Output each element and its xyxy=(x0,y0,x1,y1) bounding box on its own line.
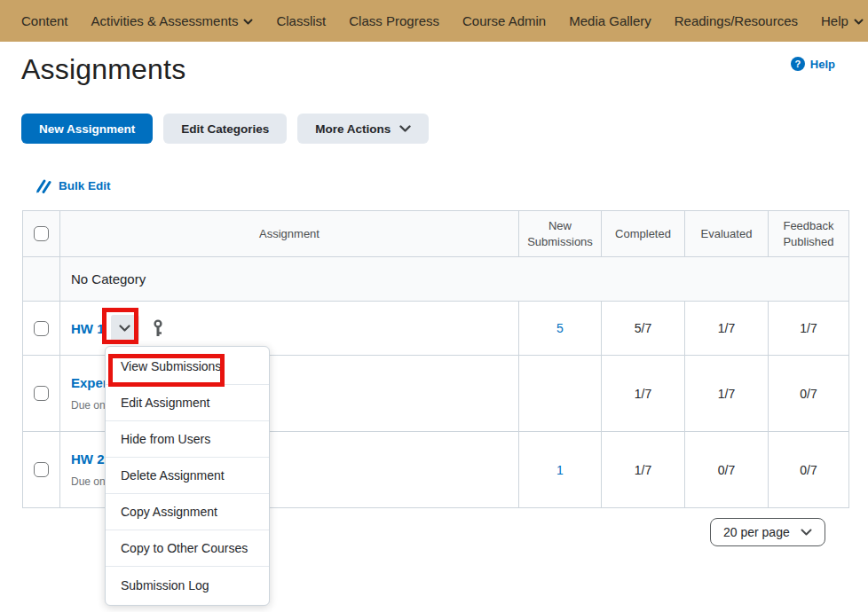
new-submissions-cell: 1 xyxy=(519,432,602,508)
nav-label: Class Progress xyxy=(349,13,439,28)
nav-label: Content xyxy=(21,13,68,28)
feedback-published-cell: 1/7 xyxy=(769,302,849,356)
menu-item-delete-assignment[interactable]: Delete Assignment xyxy=(106,458,269,494)
assignment-link-hw2[interactable]: HW 2 xyxy=(71,451,105,467)
course-navbar: Content Activities & Assessments Classli… xyxy=(0,0,868,42)
new-assignment-button[interactable]: New Assignment xyxy=(21,114,153,144)
row-checkbox[interactable] xyxy=(34,386,49,401)
nav-label: Activities & Assessments xyxy=(91,13,239,28)
table-header-row: Assignment New Submissions Completed Eva… xyxy=(23,211,849,257)
nav-item-readings-resources[interactable]: Readings/Resources xyxy=(675,13,798,28)
help-question-icon: ? xyxy=(791,57,805,71)
menu-item-hide-from-users[interactable]: Hide from Users xyxy=(106,421,269,458)
bulk-edit-pencil-icon xyxy=(36,178,52,193)
edit-categories-button[interactable]: Edit Categories xyxy=(163,114,287,144)
evaluated-cell: 1/7 xyxy=(685,356,769,432)
menu-item-copy-to-other-courses[interactable]: Copy to Other Courses xyxy=(106,530,269,567)
evaluated-cell: 1/7 xyxy=(685,302,769,356)
new-submissions-link[interactable]: 5 xyxy=(556,321,564,335)
menu-item-edit-assignment[interactable]: Edit Assignment xyxy=(106,385,269,421)
completed-cell: 1/7 xyxy=(602,356,685,432)
nav-item-activities-assessments[interactable]: Activities & Assessments xyxy=(91,13,254,28)
nav-item-help[interactable]: Help xyxy=(821,13,864,28)
feedback-published-cell: 0/7 xyxy=(769,356,849,432)
more-actions-label: More Actions xyxy=(315,122,391,136)
new-submissions-cell xyxy=(519,356,602,432)
page-size-value: 20 per page xyxy=(723,525,790,539)
nav-item-content[interactable]: Content xyxy=(21,13,68,28)
row-checkbox[interactable] xyxy=(34,321,49,336)
row-checkbox-cell xyxy=(23,356,60,432)
chevron-down-icon xyxy=(854,19,864,26)
bulk-edit-link[interactable]: Bulk Edit xyxy=(36,178,111,193)
toolbar: New Assignment Edit Categories More Acti… xyxy=(21,114,429,144)
nav-label: Classlist xyxy=(276,13,326,28)
evaluated-cell: 0/7 xyxy=(685,432,769,508)
feedback-published-cell: 0/7 xyxy=(769,432,849,508)
bulk-edit-label: Bulk Edit xyxy=(59,179,111,192)
completed-cell: 5/7 xyxy=(602,302,685,356)
column-header-new-submissions: New Submissions xyxy=(519,211,602,257)
page-size-select[interactable]: 20 per page xyxy=(710,518,825,546)
row-checkbox[interactable] xyxy=(34,462,49,477)
category-checkbox-cell xyxy=(23,257,60,302)
menu-item-submission-log[interactable]: Submission Log xyxy=(106,567,269,603)
column-header-completed: Completed xyxy=(602,211,685,257)
column-header-feedback-published: Feedback Published xyxy=(769,211,849,257)
more-actions-button[interactable]: More Actions xyxy=(297,114,429,144)
nav-item-class-progress[interactable]: Class Progress xyxy=(349,13,439,28)
column-header-evaluated: Evaluated xyxy=(685,211,769,257)
nav-label: Media Gallery xyxy=(569,13,651,28)
category-label: No Category xyxy=(60,257,849,302)
select-all-cell xyxy=(23,211,60,257)
chevron-down-icon xyxy=(399,125,411,133)
special-access-key-icon xyxy=(152,319,164,338)
page-title: Assignments xyxy=(21,53,185,86)
menu-item-view-submissions[interactable]: View Submissions xyxy=(106,349,269,385)
completed-cell: 1/7 xyxy=(602,432,685,508)
chevron-down-icon xyxy=(243,19,253,26)
help-label: Help xyxy=(810,58,835,71)
row-checkbox-cell xyxy=(23,302,60,356)
nav-item-course-admin[interactable]: Course Admin xyxy=(462,13,546,28)
category-row: No Category xyxy=(23,257,849,302)
nav-label: Help xyxy=(821,13,848,28)
row-checkbox-cell xyxy=(23,432,60,508)
help-link[interactable]: ? Help xyxy=(791,57,835,71)
new-submissions-cell: 5 xyxy=(519,302,602,356)
assignments-page: Content Activities & Assessments Classli… xyxy=(0,0,868,612)
select-all-checkbox[interactable] xyxy=(34,226,49,241)
assignment-actions-dropdown-button[interactable] xyxy=(111,315,139,341)
nav-label: Readings/Resources xyxy=(675,13,798,28)
column-header-assignment: Assignment xyxy=(60,211,519,257)
assignment-link-hw1[interactable]: HW 1 xyxy=(71,321,105,336)
nav-item-classlist[interactable]: Classlist xyxy=(276,13,326,28)
nav-label: Course Admin xyxy=(462,13,546,28)
chevron-down-icon xyxy=(119,325,130,333)
chevron-down-icon xyxy=(801,529,812,537)
new-submissions-link[interactable]: 1 xyxy=(556,463,564,477)
nav-item-media-gallery[interactable]: Media Gallery xyxy=(569,13,651,28)
assignment-context-menu: View Submissions Edit Assignment Hide fr… xyxy=(105,346,270,606)
menu-item-copy-assignment[interactable]: Copy Assignment xyxy=(106,494,269,530)
